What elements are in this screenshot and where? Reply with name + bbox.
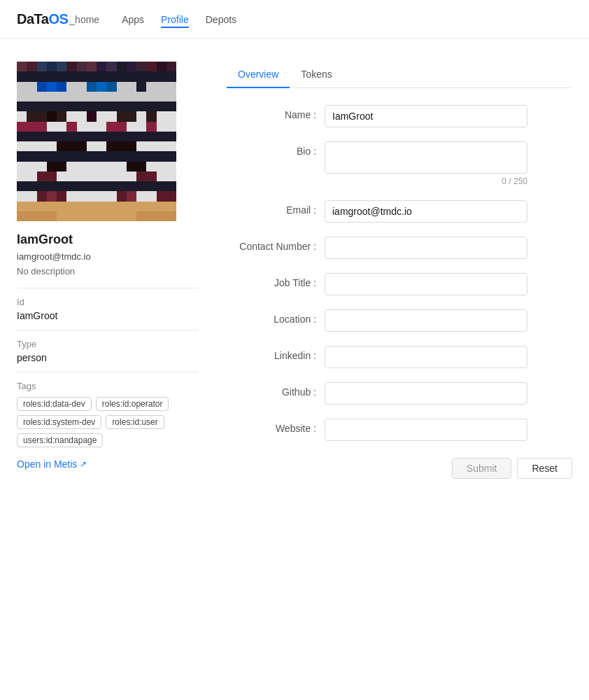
svg-rect-2: [37, 62, 47, 71]
name-label: Name :: [227, 105, 325, 120]
svg-rect-45: [106, 122, 127, 132]
svg-rect-14: [157, 62, 166, 71]
svg-rect-41: [17, 122, 47, 132]
sidebar-divider-1: [17, 288, 199, 288]
svg-rect-24: [106, 82, 116, 92]
email-label: Email :: [227, 200, 325, 216]
sidebar-divider-2: [17, 330, 199, 330]
svg-rect-44: [77, 122, 107, 132]
svg-rect-38: [136, 111, 146, 121]
contact-input[interactable]: [325, 237, 527, 259]
svg-rect-60: [146, 162, 176, 172]
sidebar-id-label: Id: [17, 297, 199, 307]
sidebar-divider-3: [17, 372, 199, 372]
website-label: Website :: [227, 419, 325, 434]
svg-rect-11: [127, 62, 136, 71]
contact-label: Contact Number :: [227, 237, 325, 252]
svg-rect-53: [106, 141, 136, 151]
nav-profile[interactable]: Profile: [161, 11, 189, 28]
main-content: IamGroot iamgroot@tmdc.io No description…: [0, 39, 589, 501]
email-input[interactable]: [325, 200, 527, 223]
tag-1: roles:id:operator: [96, 397, 169, 411]
nav-apps[interactable]: Apps: [122, 11, 144, 28]
svg-rect-40: [157, 111, 177, 121]
svg-rect-70: [57, 191, 66, 201]
form-row-jobtitle: Job Title :: [227, 273, 572, 295]
bio-input[interactable]: [325, 141, 527, 174]
location-input[interactable]: [325, 309, 527, 332]
svg-rect-30: [17, 111, 27, 121]
submit-button[interactable]: Submit: [452, 458, 512, 479]
name-input[interactable]: [325, 105, 527, 127]
open-metis-link[interactable]: Open in Metis ↗: [17, 458, 87, 470]
website-input[interactable]: [325, 419, 527, 441]
svg-rect-54: [136, 141, 176, 151]
jobtitle-input[interactable]: [325, 273, 527, 295]
svg-rect-59: [127, 162, 147, 172]
svg-rect-35: [87, 111, 97, 121]
tag-3: roles:id:user: [106, 415, 164, 429]
svg-rect-32: [47, 111, 57, 121]
svg-rect-75: [157, 191, 177, 201]
form-row-contact: Contact Number :: [227, 237, 572, 259]
brand-logo: DaTaOS _home: [17, 11, 99, 27]
svg-rect-34: [66, 111, 87, 121]
svg-rect-72: [117, 191, 127, 201]
svg-rect-61: [17, 172, 37, 181]
svg-rect-73: [127, 191, 136, 201]
svg-rect-36: [97, 111, 117, 121]
svg-rect-8: [97, 62, 106, 71]
location-label: Location :: [227, 309, 325, 325]
sidebar-tags-label: Tags: [17, 381, 199, 391]
bio-count: 0 / 250: [325, 176, 527, 186]
linkedin-input[interactable]: [325, 346, 527, 368]
tag-0: roles:id:data-dev: [17, 397, 92, 411]
reset-button[interactable]: Reset: [517, 458, 572, 479]
svg-rect-67: [17, 191, 37, 201]
svg-rect-49: [17, 132, 176, 141]
tab-tokens[interactable]: Tokens: [290, 62, 343, 88]
sidebar-type-value: person: [17, 352, 199, 363]
svg-rect-3: [47, 62, 57, 71]
svg-rect-18: [37, 82, 47, 92]
profile-description: No description: [17, 266, 199, 276]
nav-depots[interactable]: Depots: [206, 11, 236, 28]
form-row-website: Website :: [227, 419, 572, 441]
svg-rect-7: [87, 62, 97, 71]
svg-rect-68: [37, 191, 47, 201]
open-metis-label: Open in Metis: [17, 458, 77, 470]
svg-rect-74: [136, 191, 157, 201]
svg-rect-31: [27, 111, 47, 121]
nav-links: Apps Profile Depots: [122, 11, 236, 28]
svg-rect-47: [146, 122, 156, 132]
svg-rect-10: [117, 62, 127, 71]
svg-rect-20: [57, 82, 66, 92]
svg-rect-26: [136, 82, 146, 92]
form-row-email: Email :: [227, 200, 572, 223]
linkedin-label: Linkedin :: [227, 346, 325, 361]
svg-rect-28: [17, 92, 176, 102]
svg-rect-25: [117, 82, 137, 92]
github-input[interactable]: [325, 382, 527, 405]
bio-label: Bio :: [227, 141, 325, 157]
svg-rect-19: [47, 82, 57, 92]
form-actions: Submit Reset: [227, 458, 572, 479]
right-panel: Overview Tokens Name : Bio : 0 / 250 Ema…: [227, 62, 572, 479]
brand-home: _home: [69, 14, 99, 25]
tags-container: roles:id:data-dev roles:id:operator role…: [17, 397, 199, 447]
svg-rect-0: [17, 62, 27, 71]
navbar: DaTaOS _home Apps Profile Depots: [0, 0, 589, 39]
svg-rect-64: [136, 172, 157, 181]
brand-name: DaTaOS: [17, 11, 68, 27]
form-row-name: Name :: [227, 105, 572, 127]
svg-rect-52: [87, 141, 107, 151]
sidebar-type-label: Type: [17, 339, 199, 349]
external-link-icon: ↗: [80, 459, 87, 469]
tab-overview[interactable]: Overview: [227, 62, 290, 88]
svg-rect-51: [57, 141, 87, 151]
svg-rect-37: [117, 111, 137, 121]
svg-rect-27: [146, 82, 176, 92]
svg-rect-69: [47, 191, 57, 201]
svg-rect-29: [17, 102, 176, 111]
tag-4: users:id:nandapage: [17, 433, 103, 447]
